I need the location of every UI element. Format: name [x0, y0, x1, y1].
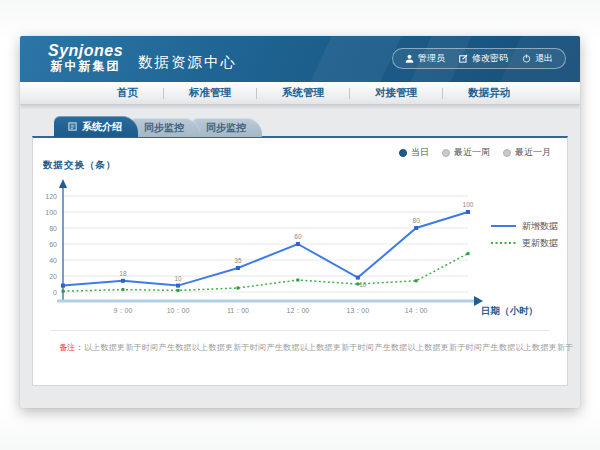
nav-item-2[interactable]: 标准管理 — [164, 86, 256, 100]
data-point-label: 100 — [463, 201, 474, 208]
footnote: 备注：以上数据更新于时间产生数据以上数据更新于时间产生数据以上数据更新于时间产生… — [59, 342, 574, 353]
x-tick-label: 13：00 — [347, 307, 370, 314]
data-point-label: 35 — [234, 257, 242, 264]
x-axis-title: 日期（小时） — [481, 305, 538, 317]
data-point-marker — [176, 284, 180, 288]
data-point-marker — [466, 210, 470, 214]
screenshot-stage: Synjones 新中新集团 数据资源中心 管理员 修改密码 — [0, 0, 600, 450]
data-point-marker — [236, 266, 240, 270]
y-tick-label: 40 — [49, 257, 57, 264]
main-nav: 首页标准管理系统管理对接管理数据异动 — [20, 82, 580, 105]
data-point-marker — [177, 289, 180, 292]
change-password-label: 修改密码 — [472, 52, 508, 65]
nav-item-3[interactable]: 系统管理 — [257, 86, 349, 100]
data-exchange-line-chart: 0204060801001209：0010：0011：0012：0013：001… — [33, 174, 569, 326]
app-window: Synjones 新中新集团 数据资源中心 管理员 修改密码 — [20, 36, 580, 408]
doc-lines — [71, 125, 75, 129]
y-tick-label: 80 — [49, 225, 57, 232]
range-option-3[interactable]: 最近一月 — [503, 146, 551, 159]
y-axis-title: 数据交换（条） — [43, 159, 117, 172]
radio-unselected-icon — [503, 149, 511, 157]
x-tick-label: 11：00 — [227, 307, 249, 314]
data-point-marker — [121, 288, 124, 291]
tab-label: 系统介绍 — [82, 116, 122, 137]
y-axis-arrow — [59, 179, 67, 188]
tab-label: 同步监控 — [206, 122, 246, 133]
data-point-label: 10 — [174, 275, 182, 282]
content-panel: 当日最近一周最近一月 数据交换（条） 0204060801001209：0010… — [32, 136, 568, 386]
legend-label-更新数据: 更新数据 — [522, 238, 558, 248]
tab-3[interactable]: 同步监控 — [192, 118, 262, 137]
data-point-marker — [296, 242, 300, 246]
radio-selected-icon — [399, 149, 407, 157]
range-label: 最近一周 — [454, 146, 490, 159]
time-range-selector: 当日最近一周最近一月 — [399, 146, 551, 159]
nav-item-1[interactable]: 首页 — [92, 86, 163, 100]
y-tick-label: 0 — [53, 289, 57, 296]
range-option-2[interactable]: 最近一周 — [442, 146, 490, 159]
nav-item-5[interactable]: 数据异动 — [443, 86, 535, 100]
data-point-label: 80 — [413, 217, 421, 224]
tab-2[interactable]: 同步监控 — [130, 118, 200, 137]
legend-label-新增数据: 新增数据 — [522, 221, 558, 231]
document-icon — [68, 122, 77, 131]
edit-icon — [459, 54, 468, 63]
data-point-marker — [415, 279, 418, 282]
range-option-1[interactable]: 当日 — [399, 146, 429, 159]
current-user-label: 管理员 — [418, 52, 445, 65]
y-tick-label: 100 — [45, 209, 57, 216]
data-point-marker — [236, 287, 239, 290]
app-header: Synjones 新中新集团 数据资源中心 管理员 修改密码 — [20, 36, 580, 82]
footnote-prefix: 备注： — [59, 343, 84, 352]
data-point-marker — [296, 279, 299, 282]
x-tick-label: 12：00 — [287, 307, 310, 314]
radio-unselected-icon — [442, 149, 450, 157]
data-point-marker — [61, 284, 65, 288]
data-point-marker — [356, 283, 359, 286]
data-point-marker — [356, 276, 360, 280]
user-toolbar: 管理员 修改密码 退出 — [392, 48, 566, 69]
tab-1[interactable]: 系统介绍 — [54, 116, 138, 137]
logout-label: 退出 — [535, 52, 553, 65]
data-point-marker — [121, 279, 125, 283]
data-point-label: 60 — [294, 233, 302, 240]
company-logo: Synjones 新中新集团 — [48, 42, 123, 74]
panel-divider — [51, 330, 549, 331]
nav-item-4[interactable]: 对接管理 — [350, 86, 442, 100]
logout-button[interactable]: 退出 — [522, 52, 553, 65]
x-tick-label: 10：00 — [167, 307, 190, 314]
y-tick-label: 60 — [49, 241, 57, 248]
data-point-marker — [62, 290, 65, 293]
y-tick-label: 120 — [45, 193, 57, 200]
data-point-label: 18 — [119, 270, 127, 277]
data-point-marker — [467, 252, 470, 255]
range-label: 最近一月 — [515, 146, 551, 159]
change-password-button[interactable]: 修改密码 — [459, 52, 508, 65]
x-tick-label: 14：00 — [405, 307, 428, 314]
logo-text-cn: 新中新集团 — [48, 59, 123, 74]
current-user-button[interactable]: 管理员 — [405, 52, 445, 65]
y-tick-label: 20 — [49, 273, 57, 280]
tab-bar: 系统介绍同步监控同步监控 — [54, 116, 254, 137]
logo-text-en: Synjones — [48, 42, 123, 59]
tab-label: 同步监控 — [144, 122, 184, 133]
footnote-text: 以上数据更新于时间产生数据以上数据更新于时间产生数据以上数据更新于时间产生数据以… — [84, 343, 574, 352]
user-icon — [405, 54, 414, 63]
data-point-marker — [414, 226, 418, 230]
x-tick-label: 9：00 — [114, 307, 133, 314]
page-title: 数据资源中心 — [138, 53, 237, 72]
power-icon — [522, 54, 531, 63]
range-label: 当日 — [411, 146, 429, 159]
